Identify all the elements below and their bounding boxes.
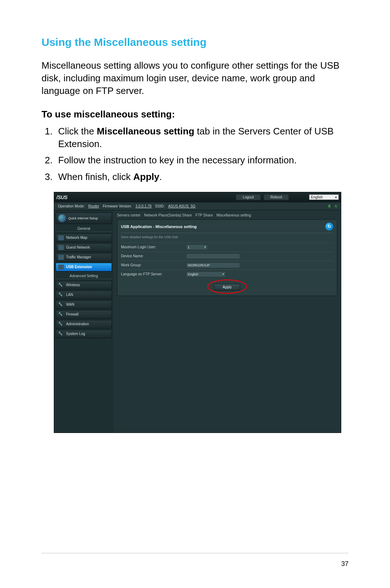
wrench-icon: 🔧 bbox=[58, 312, 64, 317]
ftp-lang-value: English bbox=[188, 272, 199, 276]
subheading: To use miscellaneous setting: bbox=[42, 109, 348, 120]
wrench-icon: 🔧 bbox=[58, 283, 64, 288]
router-screenshot: /SUS Logout Reboot English Operation Mod… bbox=[54, 192, 341, 433]
step-3-text-c: . bbox=[159, 171, 162, 182]
sidebar-item-label: WAN bbox=[66, 302, 74, 306]
panel-subtitle: Store detailed settings for the USB Disk bbox=[121, 233, 333, 243]
qis-label: Quick Internet Setup bbox=[68, 216, 98, 220]
step-1-text-a: Click the bbox=[58, 126, 97, 137]
steps-list: Click the Miscellaneous setting tab in t… bbox=[42, 125, 348, 183]
max-login-select[interactable]: 1 bbox=[186, 244, 208, 250]
top-bar: /SUS Logout Reboot English bbox=[54, 192, 341, 202]
wrench-icon: 🔧 bbox=[58, 322, 64, 327]
work-group-input[interactable]: WORKGROUP bbox=[186, 262, 240, 268]
section-title: Using the Miscellaneous setting bbox=[42, 36, 348, 48]
ssid-label: SSID: bbox=[155, 204, 165, 208]
sidebar-item-label: System Log bbox=[66, 332, 85, 336]
ssid-value[interactable]: ASUS ASUS_5G bbox=[168, 204, 196, 208]
tab-bar: Servers center Network Place(Samba) Shar… bbox=[117, 213, 337, 219]
sidebar-item-usb-extension[interactable]: USB Extension bbox=[56, 263, 112, 271]
fw-label: Firmware Version: bbox=[103, 204, 132, 208]
step-3: When finish, click Apply. bbox=[55, 171, 348, 183]
logout-button[interactable]: Logout bbox=[236, 194, 261, 200]
quick-internet-setup[interactable]: Quick Internet Setup bbox=[56, 213, 112, 224]
tab-servers-center[interactable]: Servers center bbox=[117, 213, 140, 217]
ftp-lang-select[interactable]: English bbox=[186, 271, 226, 277]
sidebar-item-label: Network Map bbox=[66, 236, 87, 240]
row-work-group: Work Group: WORKGROUP bbox=[121, 261, 333, 270]
step-2: Follow the instruction to key in the nec… bbox=[55, 154, 348, 167]
row-ftp-lang: Language on FTP Server: English bbox=[121, 270, 333, 279]
asus-logo: /SUS bbox=[56, 194, 68, 200]
max-login-value: 1 bbox=[188, 245, 190, 249]
opmode-label: Operation Mode: bbox=[58, 204, 85, 208]
reboot-button[interactable]: Reboot bbox=[264, 194, 289, 200]
sidebar-item-administration[interactable]: 🔧Administration bbox=[56, 320, 112, 329]
fw-value[interactable]: 3.0.0.1.78 bbox=[135, 204, 151, 208]
refresh-icon[interactable]: ↻ bbox=[325, 223, 333, 231]
group-advanced: Advanced Setting bbox=[56, 272, 112, 279]
device-name-label: Device Name: bbox=[121, 254, 182, 258]
sidebar-item-wan[interactable]: 🔧WAN bbox=[56, 300, 112, 309]
sidebar-item-label: Administration bbox=[66, 322, 89, 326]
sidebar-item-label: LAN bbox=[66, 293, 73, 297]
max-login-label: Maximum Login User: bbox=[121, 245, 182, 249]
usb-icon: ⎋ bbox=[335, 203, 337, 209]
step-1: Click the Miscellaneous setting tab in t… bbox=[55, 125, 348, 150]
highlight-circle bbox=[207, 279, 247, 294]
sidebar-item-guest-network[interactable]: Guest Network bbox=[56, 243, 112, 252]
language-value: English bbox=[311, 195, 323, 199]
row-device-name: Device Name: bbox=[121, 252, 333, 261]
work-group-label: Work Group: bbox=[121, 263, 182, 267]
row-max-login: Maximum Login User: 1 bbox=[121, 243, 333, 252]
sidebar-item-label: Traffic Manager bbox=[66, 255, 91, 259]
step-3-text-a: When finish, click bbox=[58, 171, 133, 182]
page-number: 37 bbox=[341, 560, 348, 568]
wrench-icon: 🔧 bbox=[58, 292, 64, 297]
language-select[interactable]: English bbox=[309, 194, 339, 200]
sidebar: Quick Internet Setup General Network Map… bbox=[54, 210, 113, 433]
ftp-lang-label: Language on FTP Server: bbox=[121, 272, 182, 276]
main-panel: Servers center Network Place(Samba) Shar… bbox=[113, 210, 341, 433]
network-map-icon bbox=[58, 235, 64, 240]
info-bar: Operation Mode: Router Firmware Version:… bbox=[54, 202, 341, 210]
panel-title: USB Application - Miscellaneous setting bbox=[121, 224, 197, 229]
tab-misc-setting[interactable]: Miscellaneous setting bbox=[216, 213, 251, 217]
guest-network-icon bbox=[58, 245, 64, 250]
sidebar-item-label: Wireless bbox=[66, 283, 80, 287]
sidebar-item-network-map[interactable]: Network Map bbox=[56, 233, 112, 242]
sidebar-item-system-log[interactable]: 🔧System Log bbox=[56, 330, 112, 338]
intro-paragraph: Miscellaneous setting allows you to conf… bbox=[42, 59, 348, 97]
device-name-input[interactable] bbox=[186, 253, 240, 259]
sidebar-item-firewall[interactable]: 🔧Firewall bbox=[56, 310, 112, 319]
tab-samba-share[interactable]: Network Place(Samba) Share bbox=[144, 213, 192, 217]
usb-extension-icon bbox=[58, 265, 64, 270]
footer-rule bbox=[42, 553, 348, 553]
sidebar-item-label: USB Extension bbox=[66, 265, 92, 269]
group-general: General bbox=[56, 225, 112, 232]
step-1-bold: Miscellaneous setting bbox=[97, 126, 194, 137]
sidebar-item-label: Firewall bbox=[66, 312, 78, 316]
sidebar-item-lan[interactable]: 🔧LAN bbox=[56, 291, 112, 299]
step-3-bold: Apply bbox=[133, 171, 159, 182]
signal-icon: ⋔ bbox=[328, 203, 331, 209]
wrench-icon: 🔧 bbox=[58, 302, 64, 307]
sidebar-item-label: Guest Network bbox=[66, 245, 90, 249]
tab-ftp-share[interactable]: FTP Share bbox=[195, 213, 213, 217]
opmode-value[interactable]: Router bbox=[88, 204, 99, 208]
wrench-icon: 🔧 bbox=[58, 331, 64, 336]
qis-icon bbox=[58, 214, 66, 222]
traffic-manager-icon bbox=[58, 255, 64, 260]
sidebar-item-wireless[interactable]: 🔧Wireless bbox=[56, 281, 112, 289]
sidebar-item-traffic-manager[interactable]: Traffic Manager bbox=[56, 253, 112, 262]
settings-panel: USB Application - Miscellaneous setting … bbox=[117, 219, 337, 296]
